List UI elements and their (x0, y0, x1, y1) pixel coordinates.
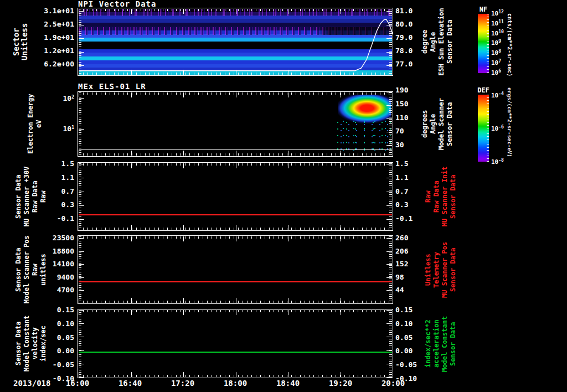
nf-colorbar-tick-labels: 101210111010109108107106 (491, 10, 517, 76)
p5-right-tick-labels: 0.150.100.050.00-0.05-0.10 (395, 306, 425, 383)
axis-title-line: index/sec**2 (424, 306, 432, 382)
p3-left-major-ticks (79, 164, 84, 220)
y-tick-label: 152 (395, 260, 425, 268)
axis-title-line: Angle (429, 8, 437, 76)
p3-right-tick-labels: 1.51.10.70.3-0.1 (395, 160, 425, 223)
els-y-tick-100ev: 102 (53, 94, 74, 102)
npi-right-major-ticks (386, 11, 392, 66)
x-tick-label: 16:40 (118, 379, 142, 388)
x-tick-label: 18:00 (224, 379, 247, 388)
axis-title-line: Model Scanner Pos (23, 235, 31, 304)
tick-mark (386, 364, 392, 364)
colorbar-tick-label: 1012 (491, 10, 517, 17)
tick-mark (386, 310, 392, 311)
tick-mark (79, 38, 84, 39)
p5-right-axis-title: Sensor DataModel Constantaccelerationind… (424, 306, 457, 382)
y-tick-label: -0.1 (33, 215, 74, 223)
nf-colorbar-title: NF (477, 6, 490, 13)
colorbar-tick-label: 10-4 (491, 92, 517, 99)
y-tick-label: 0.00 (33, 347, 74, 355)
plot-window: NPI Vector Data SectorUnitless 3.1e+012.… (0, 0, 567, 392)
y-tick-label: 0.3 (395, 201, 425, 209)
tick-mark (79, 164, 84, 164)
p3-top-major-ticks (79, 163, 392, 168)
axis-title-line: Sensor Data (446, 91, 454, 157)
x-tick-label: 16:00 (66, 379, 89, 388)
tick-mark (79, 25, 84, 25)
y-tick-label: 0.15 (33, 306, 74, 314)
tick-mark (386, 65, 392, 66)
axis-title-line: MU Scanner +30V (23, 162, 31, 231)
tick-mark (79, 11, 84, 12)
npi-y-axis-title: SectorUnitless (12, 8, 29, 76)
p5-right-major-ticks (386, 310, 392, 378)
axis-title-line: Telemetry (432, 233, 441, 307)
els-y-axis-title: Electron EnergyeV (27, 91, 43, 157)
p3-y-tick-labels: 1.51.10.70.3-0.1 (33, 160, 74, 223)
p3-right-axis-title: Sensor DataMU Scanner InitRaw DataRaw (424, 159, 457, 234)
tick-mark (79, 65, 84, 66)
tick-mark (386, 251, 392, 252)
x-tick-label: 19:20 (329, 379, 352, 388)
axis-title-line: Sensor Data (14, 162, 23, 231)
tick-mark (79, 178, 84, 178)
y-tick-label: 9400 (33, 274, 74, 281)
y-tick-label: 1.9e+01 (33, 34, 74, 42)
y-tick-label: -0.05 (395, 361, 425, 369)
tick-mark (79, 337, 84, 337)
y-tick-label: 0.3 (33, 201, 74, 209)
panel-els-title: MEx ELS-01 LR (78, 82, 146, 91)
y-tick-label: 1.2e+01 (33, 47, 74, 55)
tick-mark (386, 219, 392, 220)
axis-title-line: Raw (424, 159, 432, 234)
p4-right-axis-title: Sensor DataMU Scanner PosTelemetryUnitle… (424, 233, 457, 307)
tick-mark (79, 98, 84, 99)
colorbar-tick-label: 1010 (491, 30, 517, 37)
axis-title-line: Sector (12, 8, 20, 76)
axis-title-line: degrees (421, 91, 429, 157)
axis-title-line: Sensor Data (449, 306, 457, 382)
els-left-major-ticks (79, 98, 84, 130)
axis-title-line: MU Scanner Init (441, 159, 449, 234)
tick-mark (79, 192, 84, 192)
tick-mark (79, 52, 84, 53)
npi-left-major-ticks (79, 11, 84, 66)
model-constant-velocity-trace (79, 352, 392, 353)
axis-title-line: Sensor Data (14, 235, 23, 304)
axis-title-line: eV (35, 91, 43, 157)
tick-mark (386, 264, 392, 265)
tick-mark (386, 118, 392, 119)
p5-y-tick-labels: 0.150.100.050.00-0.05-0.10 (33, 306, 74, 383)
sun-elevation-curve-path (79, 19, 393, 71)
colorbar-tick-label: 108 (491, 49, 517, 56)
p4-left-major-ticks (79, 238, 84, 291)
y-tick-label: 14100 (33, 260, 74, 268)
mu-scanner-30v-trace (79, 214, 392, 215)
x-tick-label: 18:40 (276, 379, 300, 388)
axis-title-line: Model Constant (23, 309, 31, 378)
def-colorbar-ticks (487, 95, 489, 162)
tick-mark (79, 310, 84, 311)
y-tick-label: 44 (395, 286, 425, 294)
axis-title-line: Angle (429, 91, 437, 157)
els-top-major-ticks (79, 92, 392, 97)
y-tick-label: 4700 (33, 286, 74, 294)
y-tick-label: 18800 (33, 247, 74, 255)
p5-left-major-ticks (79, 310, 84, 378)
tick-mark (79, 251, 84, 252)
p4-right-major-ticks (386, 238, 392, 291)
y-tick-label: 98 (395, 274, 425, 281)
tick-mark (79, 277, 84, 278)
y-tick-label: 1.1 (395, 174, 425, 182)
colorbar-tick-label: 106 (491, 69, 517, 76)
y-tick-label: 0.10 (33, 320, 74, 328)
y-tick-label: 206 (395, 247, 425, 255)
npi-top-major-ticks (79, 9, 392, 14)
tick-mark (79, 377, 84, 378)
def-colorbar-title: DEF (477, 86, 490, 94)
tick-mark (79, 364, 84, 364)
tick-mark (79, 205, 84, 206)
axis-title-line: Unitless (20, 8, 29, 76)
p4-bottom-major-ticks (79, 298, 392, 303)
panel-npi-title: NPI Vector Data (78, 0, 156, 8)
